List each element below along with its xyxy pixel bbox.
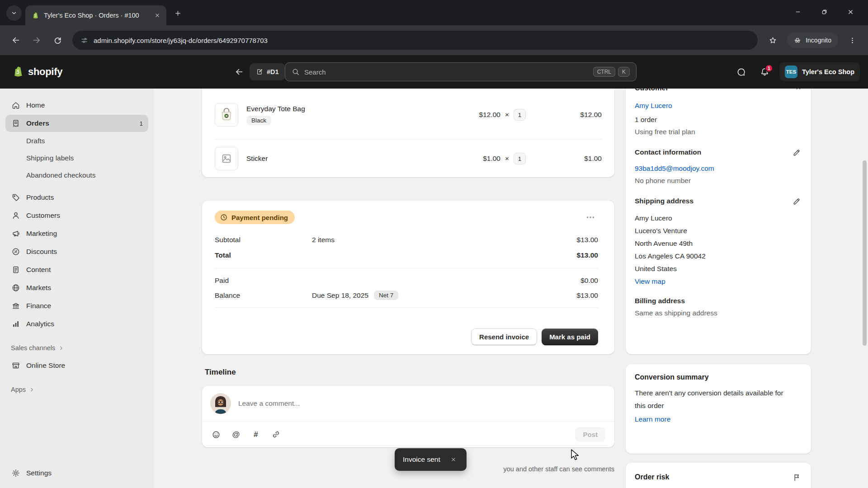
collapse-chevron-icon[interactable]	[795, 89, 802, 92]
line-item-pricing: $1.00 × 1	[420, 153, 526, 164]
store-name: Tyler's Eco Shop	[802, 68, 854, 75]
reload-icon[interactable]	[48, 31, 67, 50]
resend-invoice-button[interactable]: Resend invoice	[471, 328, 537, 345]
sidebar-item-settings[interactable]: Settings	[5, 465, 148, 482]
header-back-icon[interactable]	[231, 64, 247, 80]
line-items-card: Everyday Tote Bag Black $12.00 × 1 $12.0…	[202, 89, 614, 177]
sidebar-item-markets[interactable]: Markets	[5, 279, 148, 296]
sidebar-item-discounts[interactable]: Discounts	[5, 243, 148, 260]
sidebar-item-finance[interactable]: Finance	[5, 297, 148, 314]
k-key: K	[618, 67, 630, 77]
clock-icon	[220, 213, 228, 221]
site-settings-icon[interactable]	[80, 37, 88, 44]
sidebar-item-orders[interactable]: Orders 1	[5, 115, 148, 132]
multiply-glyph: ×	[505, 155, 509, 163]
tab-search-chevron-icon[interactable]	[6, 5, 22, 21]
payment-row-balance: Balance Due Sep 18, 2025 Net 7 $13.00	[215, 288, 598, 303]
quantity-chip: 1	[514, 153, 526, 164]
customer-heading: Customer	[635, 89, 669, 92]
scrollbar-thumb[interactable]	[863, 160, 867, 346]
edit-shipping-pencil-icon[interactable]	[791, 196, 802, 206]
timeline-heading: Timeline	[205, 368, 236, 377]
back-icon[interactable]	[6, 31, 25, 50]
learn-more-link[interactable]: Learn more	[635, 415, 670, 423]
sidebar-item-label: Home	[26, 101, 45, 109]
sidebar-item-drafts[interactable]: Drafts	[5, 133, 148, 149]
forward-icon[interactable]	[27, 31, 46, 50]
payment-menu-dots-icon[interactable]	[583, 211, 598, 223]
sidebar-item-abandoned-checkouts[interactable]: Abandoned checkouts	[5, 167, 148, 183]
url-text: admin.shopify.com/store/jy63jq-dc/orders…	[94, 37, 268, 44]
new-tab-button[interactable]	[170, 5, 185, 21]
window-close-button[interactable]	[837, 0, 863, 23]
browser-menu-icon[interactable]	[843, 31, 862, 50]
bar-chart-icon	[11, 319, 21, 328]
window-restore-button[interactable]	[811, 0, 837, 23]
edit-contact-pencil-icon[interactable]	[791, 147, 802, 158]
sidebar-section-sales-channels[interactable]: Sales channels	[5, 340, 148, 356]
sidebar-item-marketing[interactable]: Marketing	[5, 225, 148, 242]
window-minimize-button[interactable]	[785, 0, 811, 23]
browser-tab[interactable]: Tyler's Eco Shop · Orders · #100	[25, 5, 166, 25]
gear-icon	[11, 469, 21, 478]
browser-window: Tyler's Eco Shop · Orders · #100 admin.s…	[0, 0, 868, 488]
emoji-icon[interactable]	[211, 430, 221, 440]
main-content: Everyday Tote Bag Black $12.00 × 1 $12.0…	[154, 89, 868, 488]
mark-as-paid-button[interactable]: Mark as paid	[542, 328, 598, 345]
sidebar-item-content[interactable]: Content	[5, 261, 148, 278]
line-item-total: $1.00	[534, 155, 602, 163]
tab-close-icon[interactable]	[152, 10, 163, 21]
post-button[interactable]: Post	[575, 427, 605, 442]
conversion-summary-body: There aren't any conversion details avai…	[635, 387, 786, 412]
conversion-summary-heading: Conversion summary	[635, 373, 802, 381]
customer-email-link[interactable]: 93ba1dd5@moodjoy.com	[635, 164, 714, 172]
link-icon[interactable]	[271, 430, 281, 440]
sidebar-item-customers[interactable]: Customers	[5, 207, 148, 224]
inbox-icon[interactable]	[732, 63, 750, 80]
sidebar-item-online-store[interactable]: Online Store	[5, 357, 148, 374]
product-name-link[interactable]: Sticker	[246, 155, 411, 163]
mention-icon[interactable]: @	[231, 430, 241, 440]
browser-tab-bar: Tyler's Eco Shop · Orders · #100	[0, 0, 868, 25]
mouse-cursor	[571, 449, 581, 461]
store-avatar: TES	[785, 66, 797, 78]
ctrl-key: CTRL	[593, 67, 615, 77]
notifications-bell-icon[interactable]: 1	[756, 63, 773, 80]
discount-icon	[11, 247, 21, 256]
payment-status-badge: Payment pending	[215, 211, 295, 224]
customer-order-count: 1 order	[635, 116, 802, 124]
url-bar[interactable]: admin.shopify.com/store/jy63jq-dc/orders…	[72, 31, 758, 50]
shopify-favicon-icon	[32, 12, 39, 19]
billing-address-note: Same as shipping address	[635, 309, 802, 317]
global-search-input[interactable]: Search CTRL K	[285, 62, 637, 81]
payment-row-subtotal: Subtotal 2 items $13.00	[215, 232, 598, 247]
customer-name-link[interactable]: Amy Lucero	[635, 102, 672, 109]
sidebar-item-home[interactable]: Home	[5, 97, 148, 114]
search-shortcut-keys: CTRL K	[593, 67, 630, 77]
sidebar-item-analytics[interactable]: Analytics	[5, 315, 148, 333]
shipping-address-heading: Shipping address	[635, 197, 693, 205]
sidebar-item-products[interactable]: Products	[5, 189, 148, 206]
product-thumbnail-sticker	[215, 147, 238, 170]
user-avatar	[210, 393, 231, 414]
store-switcher[interactable]: TES Tyler's Eco Shop	[779, 62, 860, 81]
order-number-chip: #D1	[250, 63, 285, 80]
shopify-header: shopify #D1 Search CTRL K 1 TES	[0, 55, 868, 89]
divider	[215, 268, 598, 268]
bookmark-star-icon[interactable]	[763, 31, 782, 50]
product-thumbnail-tote-bag	[215, 103, 238, 127]
payment-terms-chip: Net 7	[374, 291, 398, 300]
sidebar-section-apps[interactable]: Apps	[5, 381, 148, 398]
browser-toolbar: admin.shopify.com/store/jy63jq-dc/orders…	[0, 25, 868, 55]
comment-input[interactable]: Leave a comment...	[238, 399, 606, 408]
tab-title: Tyler's Eco Shop · Orders · #100	[44, 12, 147, 19]
order-nav: #D1	[231, 63, 285, 80]
search-placeholder: Search	[304, 68, 589, 76]
view-map-link[interactable]: View map	[635, 277, 665, 285]
hashtag-icon[interactable]: #	[251, 430, 261, 440]
search-icon	[292, 68, 300, 76]
product-name-link[interactable]: Everyday Tote Bag	[246, 105, 411, 113]
toast-close-icon[interactable]	[448, 455, 458, 465]
sidebar-item-shipping-labels[interactable]: Shipping labels	[5, 150, 148, 166]
home-icon	[11, 101, 21, 110]
